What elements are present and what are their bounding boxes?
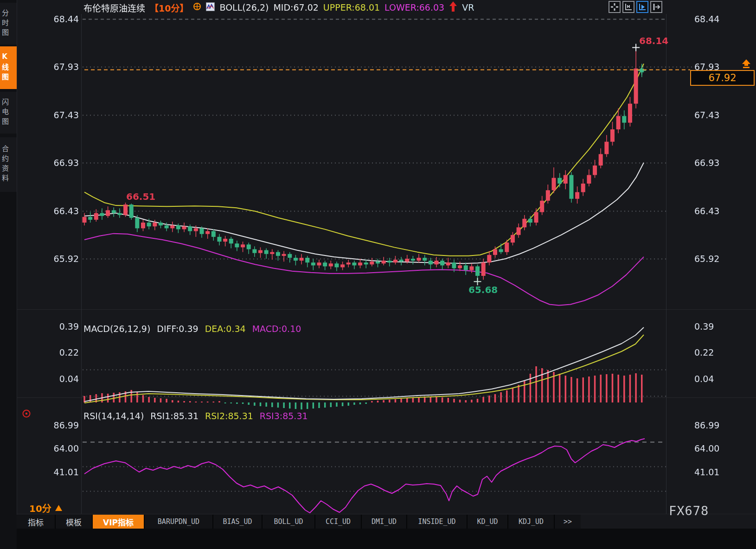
- sidebar-item-flash-chart[interactable]: 闪电图: [0, 92, 17, 134]
- tab-inside-ud[interactable]: INSIDE_UD: [407, 515, 467, 529]
- macd-dea-value: DEA:0.34: [205, 324, 246, 334]
- price-label-right: 66.93: [694, 158, 719, 168]
- rsi-axis-label-left: 86.99: [50, 420, 79, 430]
- current-period-tag[interactable]: 10分: [29, 501, 62, 515]
- tab-bias-ud[interactable]: BIAS_UD: [213, 515, 262, 529]
- tab-barupdn-ud[interactable]: BARUPDN_UD: [145, 515, 212, 529]
- rsi-axis-label-right: 64.00: [694, 443, 719, 453]
- indicator-tab-bar: 指标 模板 VIP指标 BARUPDN_UD BIAS_UD BOLL_UD C…: [17, 515, 581, 529]
- chart-canvas[interactable]: [0, 0, 756, 549]
- peak-price-annotation: 66.51: [126, 191, 155, 202]
- sidebar-item-kline-chart[interactable]: K线图: [0, 46, 17, 89]
- high-price-annotation: 68.14: [639, 35, 668, 46]
- price-label-right: 68.44: [694, 14, 719, 24]
- rsi-axis-label-left: 41.01: [50, 467, 79, 477]
- price-label-left: 66.93: [50, 158, 79, 168]
- watermark: FX678: [669, 504, 709, 518]
- sidebar-item-contract-info[interactable]: 合约资料: [0, 137, 17, 192]
- price-label-left: 66.43: [50, 206, 79, 216]
- price-label-right: 65.92: [694, 254, 719, 264]
- shift-bars-button[interactable]: [650, 1, 662, 13]
- target-circle-icon[interactable]: [193, 2, 201, 13]
- triangle-up-icon: [55, 505, 62, 511]
- vr-indicator-label[interactable]: VR: [462, 2, 474, 13]
- boll-lower-value: LOWER:66.03: [384, 2, 444, 13]
- current-price-box: 67.92: [690, 70, 755, 86]
- macd-name-label: MACD(26,12,9): [83, 324, 150, 334]
- bottom-strip: [17, 529, 756, 549]
- play-forward-button[interactable]: [636, 1, 648, 13]
- low-price-annotation: 65.68: [468, 284, 498, 295]
- sidebar-item-time-chart[interactable]: 分时图: [0, 3, 17, 45]
- record-dot-icon[interactable]: [22, 409, 31, 420]
- price-label-left: 65.92: [50, 254, 79, 264]
- macd-axis-label-left: 0.04: [50, 374, 79, 384]
- period-label[interactable]: 【10分】: [150, 1, 188, 14]
- macd-axis-label-left: 0.39: [50, 321, 79, 332]
- macd-axis-label-left: 0.22: [50, 347, 79, 357]
- boll-upper-value: UPPER:68.01: [323, 2, 380, 13]
- chart-header: 布伦特原油连续 【10分】 BOLL(26,2) MID:67.02 UPPER…: [83, 1, 474, 14]
- tab-vip-indicator[interactable]: VIP指标: [93, 515, 144, 529]
- trading-terminal: 分时图 K线图 闪电图 合约资料 布伦特原油连续 【10分】 BOLL(26,2…: [0, 0, 756, 549]
- rsi-header: RSI(14,14,14) RSI1:85.31 RSI2:85.31 RSI3…: [83, 411, 308, 421]
- up-arrow-icon: [449, 1, 457, 13]
- boll-mid-value: MID:67.02: [273, 2, 318, 13]
- rsi-axis-label-left: 64.00: [50, 443, 79, 453]
- rsi-axis-label-right: 41.01: [694, 467, 719, 477]
- period-text: 10分: [29, 501, 51, 515]
- price-label-left: 67.43: [50, 110, 79, 120]
- tab-more[interactable]: >>: [555, 515, 581, 529]
- macd-axis-label-right: 0.22: [694, 347, 714, 357]
- tab-kd-ud[interactable]: KD_UD: [468, 515, 507, 529]
- price-label-right: 66.43: [694, 206, 719, 216]
- price-label-left: 68.44: [50, 14, 79, 24]
- tab-cci-ud[interactable]: CCI_UD: [315, 515, 361, 529]
- rsi3-value: RSI3:85.31: [260, 411, 308, 421]
- sidebar: 分时图 K线图 闪电图 合约资料: [0, 0, 17, 549]
- tab-template[interactable]: 模板: [56, 515, 92, 529]
- rsi1-value: RSI1:85.31: [150, 411, 199, 421]
- price-label-right: 67.43: [694, 110, 719, 120]
- macd-header: MACD(26,12,9) DIFF:0.39 DEA:0.34 MACD:0.…: [83, 324, 301, 334]
- tab-boll-ud[interactable]: BOLL_UD: [263, 515, 314, 529]
- price-label-left: 67.93: [50, 62, 79, 72]
- instrument-title: 布伦特原油连续: [83, 1, 145, 14]
- mini-chart-icon[interactable]: [206, 2, 215, 13]
- tab-dmi-ud[interactable]: DMI_UD: [362, 515, 406, 529]
- macd-macd-value: MACD:0.10: [252, 324, 301, 334]
- rsi-name-label: RSI(14,14,14): [83, 411, 144, 421]
- price-up-arrow-icon: [740, 59, 752, 70]
- axis-scale-button[interactable]: [622, 1, 634, 13]
- tab-kdj-ud[interactable]: KDJ_UD: [508, 515, 554, 529]
- rsi2-value: RSI2:85.31: [205, 411, 253, 421]
- macd-axis-label-right: 0.39: [694, 321, 714, 332]
- macd-axis-label-right: 0.04: [694, 374, 714, 384]
- crosshair-tool-button[interactable]: [609, 1, 621, 13]
- tab-indicator[interactable]: 指标: [17, 515, 55, 529]
- rsi-axis-label-right: 86.99: [694, 420, 719, 430]
- macd-diff-value: DIFF:0.39: [157, 324, 198, 334]
- boll-indicator-label: BOLL(26,2): [219, 2, 269, 13]
